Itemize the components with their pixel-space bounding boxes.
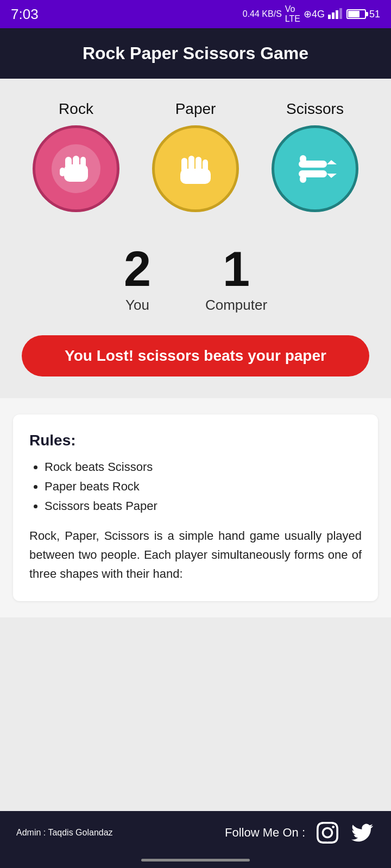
svg-rect-3	[339, 8, 342, 19]
svg-rect-6	[65, 157, 72, 169]
svg-rect-12	[188, 156, 194, 172]
svg-rect-2	[336, 10, 338, 19]
svg-rect-7	[73, 156, 79, 168]
rules-card: Rules: Rock beats Scissors Paper beats R…	[13, 414, 378, 601]
app-header: Rock Paper Scissors Game	[0, 28, 391, 79]
rules-description: Rock, Paper, Scissors is a simple hand g…	[29, 526, 362, 584]
paper-choice[interactable]: Paper	[152, 100, 239, 212]
svg-rect-13	[195, 157, 201, 172]
svg-rect-0	[328, 15, 331, 19]
bottom-footer: Admin : Taqdis Golandaz Follow Me On :	[0, 811, 391, 854]
battery-level: 51	[369, 9, 380, 20]
paper-icon	[168, 142, 223, 196]
status-icons: 0.44 KB/S VoLTE ⊕4G 51	[243, 4, 380, 24]
svg-marker-20	[327, 174, 337, 178]
follow-label: Follow Me On :	[225, 826, 305, 840]
twitter-icon[interactable]	[350, 820, 375, 845]
rule-2: Paper beats Rock	[45, 480, 362, 494]
home-bar	[141, 859, 250, 861]
you-score: 2	[124, 245, 151, 293]
status-time: 7:03	[11, 6, 39, 23]
computer-score: 1	[223, 245, 250, 293]
follow-section: Follow Me On :	[225, 820, 375, 845]
rock-label: Rock	[59, 100, 93, 118]
home-indicator	[0, 854, 391, 868]
rock-icon	[49, 142, 103, 196]
admin-name: Taqdis Golandaz	[48, 828, 112, 837]
computer-label: Computer	[205, 297, 267, 314]
svg-rect-9	[60, 168, 65, 176]
admin-label: Admin :	[16, 828, 46, 837]
rules-section: Rules: Rock beats Scissors Paper beats R…	[0, 398, 391, 617]
svg-rect-18	[300, 155, 306, 163]
instagram-icon[interactable]	[315, 820, 340, 845]
status-bar: 7:03 0.44 KB/S VoLTE ⊕4G 51	[0, 0, 391, 28]
svg-rect-1	[332, 12, 335, 19]
admin-info: Admin : Taqdis Golandaz	[16, 828, 113, 838]
rule-3: Scissors beats Paper	[45, 499, 362, 513]
rules-title: Rules:	[29, 432, 362, 449]
scissors-icon	[288, 142, 342, 196]
game-area: Rock Paper	[0, 79, 391, 398]
svg-rect-14	[203, 159, 208, 173]
app-title: Rock Paper Scissors Game	[11, 43, 380, 63]
scissors-circle[interactable]	[272, 125, 358, 212]
svg-rect-17	[300, 175, 306, 183]
choices-container: Rock Paper	[16, 100, 375, 212]
rules-list: Rock beats Scissors Paper beats Rock Sci…	[29, 460, 362, 513]
computer-score-block: 1 Computer	[205, 245, 267, 314]
svg-rect-11	[181, 158, 187, 173]
rock-circle[interactable]	[33, 125, 119, 212]
result-banner: You Lost! scissors beats your paper	[22, 335, 369, 376]
you-label: You	[125, 297, 149, 314]
you-score-block: 2 You	[124, 245, 151, 314]
svg-rect-8	[80, 157, 86, 168]
volte-indicator: VoLTE	[285, 4, 300, 24]
footer-spacer	[0, 617, 391, 811]
score-section: 2 You 1 Computer	[16, 245, 375, 314]
battery-indicator	[346, 9, 366, 19]
paper-label: Paper	[175, 100, 216, 118]
signal-bars	[328, 7, 343, 22]
svg-marker-19	[327, 160, 337, 164]
signal-type: ⊕4G	[304, 8, 325, 20]
rule-1: Rock beats Scissors	[45, 460, 362, 474]
scissors-choice[interactable]: Scissors	[272, 100, 358, 212]
network-speed: 0.44 KB/S	[243, 9, 282, 19]
rock-choice[interactable]: Rock	[33, 100, 119, 212]
paper-circle[interactable]	[152, 125, 239, 212]
scissors-label: Scissors	[286, 100, 344, 118]
